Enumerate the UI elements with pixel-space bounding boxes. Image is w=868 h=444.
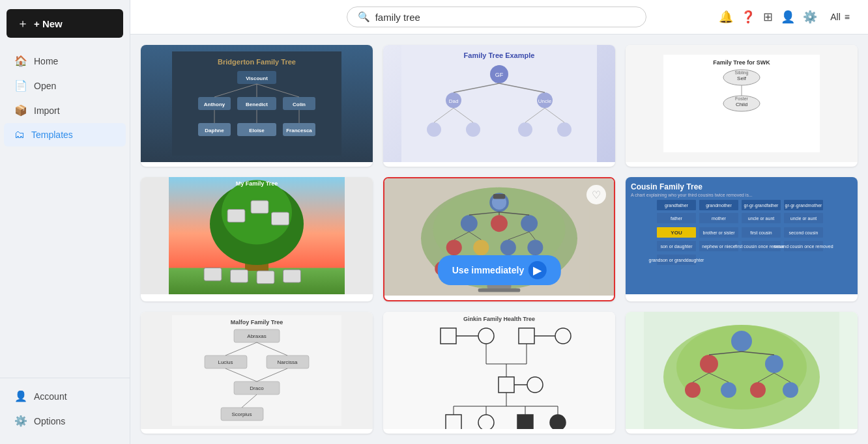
svg-rect-61 <box>283 270 301 283</box>
card-body-jans: Jan's Family Tree 👁 233 ♡ 4 ⎘ 80 <box>141 294 373 301</box>
card-body-example: Family Tree Example 👁 920 ♡ 2 ⎘ 124 <box>383 162 615 167</box>
sidebar-item-open[interactable]: 📄 Open <box>4 74 126 98</box>
svg-point-34 <box>518 122 532 137</box>
help-icon[interactable]: ❓ <box>741 10 755 24</box>
bell-icon[interactable]: 🔔 <box>719 10 733 24</box>
search-icon: 🔍 <box>358 11 370 23</box>
svg-rect-22 <box>401 45 597 162</box>
heart-button-diagram[interactable]: ♡ <box>586 185 606 204</box>
sidebar-item-templates[interactable]: 🗂 Templates <box>4 123 126 146</box>
svg-text:Daphne: Daphne <box>205 128 224 133</box>
svg-text:Family Tree Example: Family Tree Example <box>464 51 535 59</box>
svg-rect-69 <box>493 194 505 199</box>
new-button[interactable]: ＋ + New <box>7 9 123 38</box>
search-input[interactable] <box>375 12 635 23</box>
svg-point-76 <box>527 240 543 255</box>
card-body-genogram: Genogram <box>383 429 615 434</box>
svg-text:Ginkin Family Health Tree: Ginkin Family Health Tree <box>463 316 535 322</box>
svg-text:brother or sister: brother or sister <box>702 230 735 235</box>
card-thumb-diagram: Use immediately ▶ ♡ <box>384 178 614 296</box>
sidebar: ＋ + New 🏠 Home 📄 Open 📦 Import 🗂 Templat… <box>0 0 130 444</box>
sidebar-item-account[interactable]: 👤 Account <box>4 384 126 408</box>
svg-text:Anthony: Anthony <box>204 102 225 107</box>
card-malfoy[interactable]: Malfoy Family Tree Abraxas Lucius Narcis… <box>141 312 373 434</box>
svg-point-72 <box>521 215 538 232</box>
svg-text:son or daughter: son or daughter <box>660 244 693 249</box>
svg-point-74 <box>473 240 489 255</box>
svg-text:Bridgerton Family Tree: Bridgerton Family Tree <box>218 58 296 66</box>
svg-text:Francesca: Francesca <box>286 128 312 133</box>
plus-icon: ＋ <box>17 16 29 31</box>
svg-text:second cousin once removed: second cousin once removed <box>774 244 833 249</box>
svg-rect-66 <box>478 288 521 292</box>
user-icon[interactable]: 👤 <box>781 10 795 24</box>
svg-text:Eloise: Eloise <box>249 128 265 133</box>
svg-point-176 <box>685 382 701 398</box>
card-genogram[interactable]: Ginkin Family Health Tree <box>383 312 615 434</box>
sidebar-nav: 🏠 Home 📄 Open 📦 Import 🗂 Templates <box>0 48 130 147</box>
svg-point-169 <box>550 415 566 429</box>
card-title-jans: Jan's Family Tree <box>149 301 365 301</box>
svg-point-32 <box>427 122 441 137</box>
svg-text:second cousin: second cousin <box>789 230 818 235</box>
svg-rect-168 <box>517 415 533 429</box>
card-jans[interactable]: My Family Tree Jan's Family Tree <box>141 177 373 301</box>
svg-text:Abraxas: Abraxas <box>247 333 266 339</box>
sidebar-item-home[interactable]: 🏠 Home <box>4 49 126 73</box>
all-label: All <box>830 12 841 22</box>
sidebar-item-options-label: Options <box>34 416 65 426</box>
svg-text:grandmother: grandmother <box>706 203 732 208</box>
svg-text:gr-gr-grandfather: gr-gr-grandfather <box>744 203 779 208</box>
svg-rect-55 <box>227 210 245 223</box>
card-cousin[interactable]: Cousin Family Tree A chart explaining wh… <box>626 177 858 301</box>
svg-text:Family Tree for SWK: Family Tree for SWK <box>713 59 770 66</box>
card-body-bridgerton: Bridgerton Family Tree 👁 1.0k ♡ 0 ⎘ 51 <box>141 162 373 167</box>
apps-icon[interactable]: ⊞ <box>763 10 773 24</box>
card-title-cousin: Cousin Family Tree <box>633 301 850 301</box>
sidebar-item-import[interactable]: 📦 Import <box>4 98 126 122</box>
svg-text:nephew or niece: nephew or niece <box>702 244 735 249</box>
sidebar-item-home-label: Home <box>34 56 58 66</box>
options-icon: ⚙️ <box>14 415 27 427</box>
card-body-diagram: Family Tree Diagram 👁 259 ♡ 0 ⎘ 174 <box>384 296 614 301</box>
card-body-bottom-right <box>626 429 858 434</box>
svg-point-179 <box>783 382 798 398</box>
svg-text:Colin: Colin <box>293 102 306 107</box>
card-bridgerton[interactable]: Bridgerton Family Tree Viscount Anthony … <box>141 45 373 167</box>
svg-point-177 <box>721 382 736 398</box>
svg-text:Foster: Foster <box>735 96 749 101</box>
import-icon: 📦 <box>14 104 27 117</box>
card-bottom-right[interactable] <box>626 312 858 434</box>
svg-point-178 <box>750 382 766 398</box>
svg-text:Child: Child <box>736 102 747 107</box>
svg-text:My Family Tree: My Family Tree <box>236 180 278 187</box>
svg-text:YOU: YOU <box>671 230 682 236</box>
svg-rect-60 <box>257 271 274 284</box>
new-button-label: + New <box>34 18 63 29</box>
card-body-swk: Family Tree for SWK 👁 272 ♡ 2 ⎘ 55 <box>626 162 858 167</box>
card-thumb-cousin: Cousin Family Tree A chart explaining wh… <box>626 177 858 294</box>
open-icon: 📄 <box>14 79 27 92</box>
svg-point-175 <box>765 355 783 373</box>
settings-icon[interactable]: ⚙️ <box>803 10 817 24</box>
card-thumb-malfoy: Malfoy Family Tree Abraxas Lucius Narcis… <box>141 312 373 429</box>
sidebar-item-open-label: Open <box>34 81 56 91</box>
svg-text:grandson or granddaughter: grandson or granddaughter <box>649 258 705 263</box>
sidebar-item-account-label: Account <box>34 391 67 402</box>
cousin-title: Cousin Family Tree <box>631 182 852 191</box>
card-family-example[interactable]: Family Tree Example GF Dad Uncle <box>383 45 615 167</box>
svg-text:mother: mother <box>712 216 726 221</box>
use-immediately-button[interactable]: Use immediately ▶ <box>438 255 561 285</box>
svg-point-75 <box>500 240 516 255</box>
svg-text:first cousin: first cousin <box>750 230 772 235</box>
search-bar[interactable]: 🔍 <box>347 7 646 27</box>
card-diagram[interactable]: Use immediately ▶ ♡ Family Tree Diagram … <box>383 177 615 301</box>
svg-text:Viscount: Viscount <box>246 76 268 81</box>
home-icon: 🏠 <box>14 55 27 67</box>
list-icon: ≡ <box>845 12 850 22</box>
card-swk[interactable]: Family Tree for SWK Self Sibling Child F… <box>626 45 858 167</box>
account-icon: 👤 <box>14 390 27 402</box>
card-thumb-genogram: Ginkin Family Health Tree <box>383 312 615 429</box>
all-filter-button[interactable]: All ≡ <box>825 9 855 25</box>
sidebar-item-options[interactable]: ⚙️ Options <box>4 409 126 433</box>
